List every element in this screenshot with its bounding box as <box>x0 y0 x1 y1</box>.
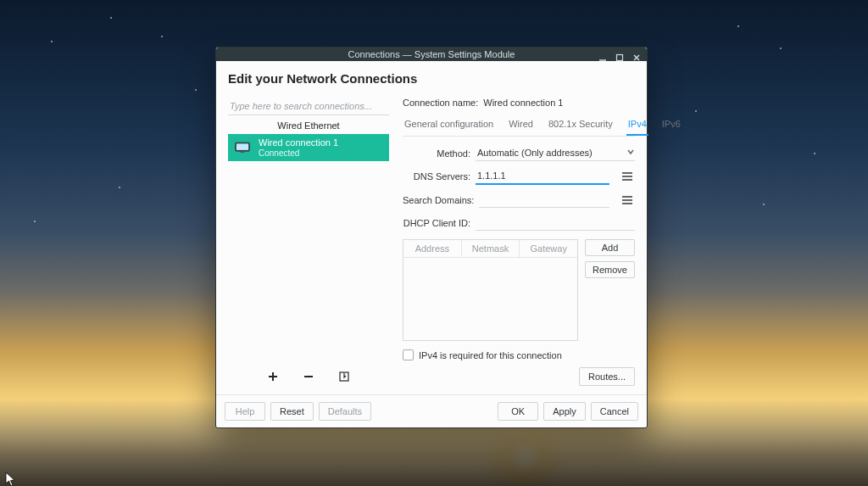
apply-button[interactable]: Apply <box>543 402 586 421</box>
dns-servers-input[interactable] <box>476 168 609 185</box>
col-netmask: Netmask <box>462 240 520 257</box>
page-heading: Edit your Network Connections <box>228 71 635 86</box>
window-title: Connections — System Settings Module <box>348 49 515 59</box>
svg-rect-5 <box>236 143 248 150</box>
settings-window: Connections — System Settings Module Edi… <box>215 47 648 428</box>
connection-name-value: Wired connection 1 <box>483 98 563 108</box>
dialog-button-bar: Help Reset Defaults OK Apply Cancel <box>216 394 647 427</box>
ethernet-icon <box>233 140 252 155</box>
ipv4-required-label: IPv4 is required for this connection <box>419 350 562 360</box>
addresses-add-button[interactable]: Add <box>585 239 635 256</box>
remove-connection-button[interactable] <box>301 369 316 384</box>
connections-list: Wired connection 1 Connected <box>228 134 389 364</box>
help-button[interactable]: Help <box>225 402 265 421</box>
connection-status: Connected <box>259 148 338 159</box>
settings-tabs: General configuration Wired 802.1x Secur… <box>403 115 635 137</box>
dns-list-edit-button[interactable] <box>620 170 635 183</box>
search-domains-input[interactable] <box>479 192 609 208</box>
tab-ipv4[interactable]: IPv4 <box>626 115 648 136</box>
cancel-button[interactable]: Cancel <box>591 402 638 421</box>
connection-item-wired-1[interactable]: Wired connection 1 Connected <box>228 134 389 161</box>
connection-name: Wired connection 1 <box>259 137 338 148</box>
svg-rect-6 <box>241 151 245 153</box>
defaults-button[interactable]: Defaults <box>319 402 371 421</box>
search-domains-label: Search Domains: <box>403 195 474 205</box>
col-gateway: Gateway <box>520 240 577 257</box>
tab-8021x[interactable]: 802.1x Security <box>547 115 615 136</box>
maximize-button[interactable] <box>613 51 626 64</box>
tab-ipv6[interactable]: IPv6 <box>660 115 682 136</box>
add-connection-button[interactable] <box>265 369 281 384</box>
dns-servers-label: DNS Servers: <box>403 171 470 182</box>
routes-button[interactable]: Routes... <box>579 367 635 386</box>
titlebar[interactable]: Connections — System Settings Module <box>216 47 647 61</box>
tab-wired[interactable]: Wired <box>507 115 535 136</box>
col-address: Address <box>403 240 462 257</box>
connection-name-label: Connection name: <box>403 98 478 108</box>
search-domains-list-edit-button[interactable] <box>620 193 635 207</box>
tab-general[interactable]: General configuration <box>403 115 495 136</box>
ipv4-required-checkbox[interactable] <box>403 349 414 360</box>
dhcp-client-id-label: DHCP Client ID: <box>403 218 470 228</box>
addresses-table[interactable]: Address Netmask Gateway <box>403 239 578 341</box>
minimize-button[interactable] <box>596 51 609 64</box>
dhcp-client-id-input[interactable] <box>476 215 635 231</box>
connections-sidebar: Wired Ethernet Wired connection 1 <box>228 98 389 386</box>
method-label: Method: <box>403 148 470 159</box>
export-connection-button[interactable] <box>337 369 352 384</box>
category-header: Wired Ethernet <box>228 115 389 134</box>
reset-button[interactable]: Reset <box>270 402 314 421</box>
method-select[interactable]: Automatic (Only addresses) <box>476 145 635 161</box>
ok-button[interactable]: OK <box>498 402 538 421</box>
close-button[interactable] <box>630 51 643 64</box>
addresses-remove-button[interactable]: Remove <box>585 261 635 278</box>
search-connections-input[interactable] <box>228 98 389 115</box>
svg-rect-1 <box>617 55 623 61</box>
connection-details: Connection name: Wired connection 1 Gene… <box>403 98 635 386</box>
